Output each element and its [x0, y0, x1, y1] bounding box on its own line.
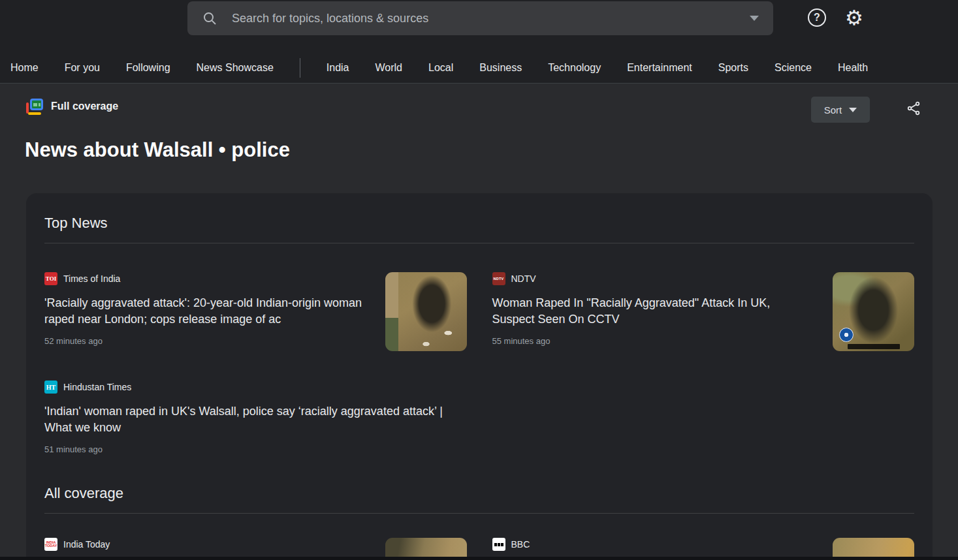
nav-item-science[interactable]: Science	[774, 62, 812, 74]
source-name[interactable]: Times of India	[63, 273, 120, 284]
section-divider	[44, 243, 914, 243]
article-thumbnail[interactable]	[833, 272, 914, 351]
search-input[interactable]	[232, 12, 750, 25]
nav-item-local[interactable]: Local	[428, 62, 453, 74]
section-divider	[44, 513, 914, 514]
nav-divider	[300, 58, 300, 78]
article-timestamp: 51 minutes ago	[44, 444, 467, 454]
top-news-row: TOI Times of India 'Racially aggravated …	[44, 272, 914, 351]
source-name[interactable]: BBC	[511, 539, 530, 550]
hindustan-times-favicon: HT	[44, 381, 57, 394]
nav-item-news-showcase[interactable]: News Showcase	[197, 62, 274, 74]
full-coverage-label: Full coverage	[51, 101, 118, 112]
police-badge-icon	[839, 328, 854, 342]
search-bar[interactable]	[187, 1, 773, 35]
nav-item-home[interactable]: Home	[10, 62, 39, 74]
nav-item-technology[interactable]: Technology	[548, 62, 601, 74]
full-coverage-header: Full coverage	[25, 97, 118, 116]
sort-button-label: Sort	[824, 104, 842, 116]
settings-button[interactable]: ⚙	[845, 5, 863, 31]
ndtv-favicon: NDTV	[492, 272, 505, 285]
article-headline[interactable]: 'Indian' woman raped in UK's Walsall, po…	[44, 403, 467, 436]
source-name[interactable]: NDTV	[511, 273, 536, 284]
nav-item-entertainment[interactable]: Entertainment	[627, 62, 692, 74]
nav-item-for-you[interactable]: For you	[65, 62, 100, 74]
gear-icon: ⚙	[845, 6, 863, 29]
main-nav: Home For you Following News Showcase Ind…	[0, 52, 958, 83]
page-title: News about Walsall • police	[25, 138, 290, 162]
share-icon	[906, 101, 921, 116]
nav-item-india[interactable]: India	[327, 62, 349, 74]
nav-item-following[interactable]: Following	[126, 62, 170, 74]
section-title-all-coverage: All coverage	[44, 485, 914, 502]
article-timestamp: 55 minutes ago	[492, 336, 813, 346]
article-timestamp: 52 minutes ago	[44, 336, 365, 346]
bbc-favicon	[492, 538, 505, 551]
main-content: Full coverage Sort News about Walsall • …	[0, 84, 958, 560]
chevron-down-icon	[849, 108, 857, 112]
article-hindustan-times: HT Hindustan Times 'Indian' woman raped …	[44, 381, 467, 454]
nav-item-business[interactable]: Business	[479, 62, 522, 74]
thumbnail-caption-bar	[848, 344, 900, 349]
bottom-edge-strip	[0, 557, 958, 560]
help-button[interactable]: ?	[808, 8, 826, 27]
times-of-india-favicon: TOI	[44, 272, 57, 285]
sort-button[interactable]: Sort	[811, 97, 870, 123]
article-headline[interactable]: 'Racially aggravated attack': 20-year-ol…	[44, 295, 365, 328]
coverage-card: Top News TOI Times of India 'Racially ag…	[26, 193, 933, 560]
top-news-row-2: HT Hindustan Times 'Indian' woman raped …	[44, 381, 914, 454]
india-today-favicon: INDIA TODAY	[44, 538, 57, 551]
question-icon: ?	[814, 12, 820, 23]
section-title-top-news: Top News	[44, 215, 914, 232]
nav-item-world[interactable]: World	[375, 62, 403, 74]
article-thumbnail[interactable]	[385, 272, 467, 351]
search-icon	[202, 10, 217, 26]
search-dropdown-icon[interactable]	[750, 16, 759, 21]
article-times-of-india: TOI Times of India 'Racially aggravated …	[44, 272, 467, 351]
nav-item-health[interactable]: Health	[838, 62, 868, 74]
source-name[interactable]: India Today	[63, 539, 110, 550]
article-headline[interactable]: Woman Raped In "Racially Aggravated" Att…	[492, 295, 813, 328]
full-coverage-icon	[25, 97, 44, 116]
source-name[interactable]: Hindustan Times	[63, 382, 131, 392]
share-button[interactable]	[906, 101, 921, 116]
article-ndtv: NDTV NDTV Woman Raped In "Racially Aggra…	[492, 272, 915, 351]
nav-item-sports[interactable]: Sports	[718, 62, 748, 74]
google-news-app: ? ⚙ Home For you Following News Showcase…	[0, 0, 958, 560]
top-header: ? ⚙ Home For you Following News Showcase…	[0, 0, 958, 84]
